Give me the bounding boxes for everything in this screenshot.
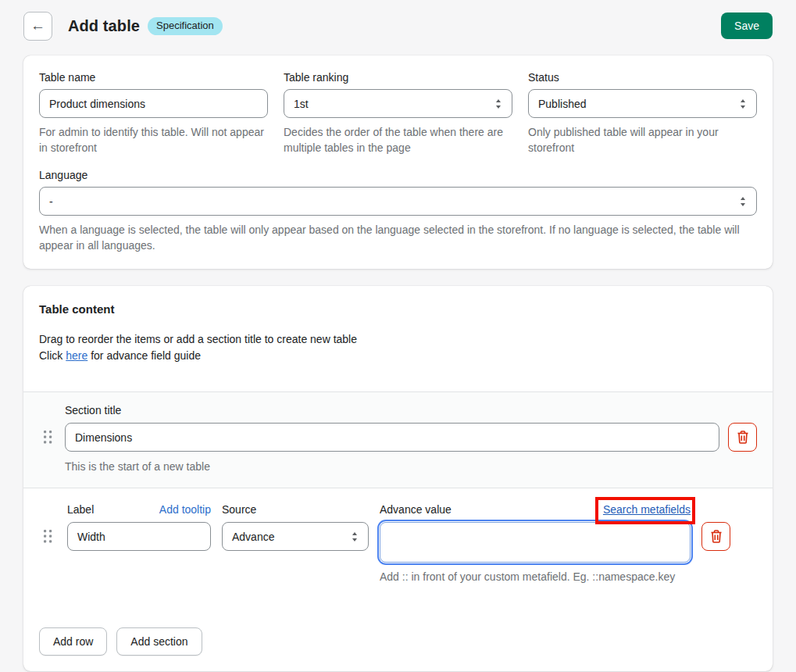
drag-handle[interactable]	[39, 522, 56, 551]
status-field-group: Status Published Only published table wi…	[528, 71, 757, 155]
updown-caret-icon	[739, 98, 747, 109]
language-help: When a language is selected, the table w…	[39, 222, 757, 253]
table-ranking-help: Decides the order of the table when ther…	[284, 124, 512, 155]
section-title-help: This is the start of a new table	[65, 459, 719, 474]
table-name-field-group: Table name For admin to identify this ta…	[39, 71, 268, 155]
table-ranking-field-group: Table ranking 1st Decides the order of t…	[284, 71, 512, 155]
advance-value-textarea[interactable]	[380, 522, 691, 563]
row-label-input[interactable]	[67, 522, 211, 551]
field-guide-link[interactable]: here	[66, 349, 87, 362]
language-value: -	[49, 195, 53, 208]
language-label: Language	[39, 169, 757, 181]
table-ranking-label: Table ranking	[284, 71, 512, 84]
add-tooltip-link[interactable]: Add tooltip	[159, 503, 211, 516]
status-label: Status	[528, 71, 757, 84]
page: ← Add table Specification Save Table nam…	[0, 0, 796, 672]
add-row-button[interactable]: Add row	[39, 627, 107, 656]
status-help: Only published table will appear in your…	[528, 124, 757, 155]
advance-value-label: Advance value	[380, 503, 452, 516]
table-row-item: Label Add tooltip Source Advance value S…	[23, 488, 773, 584]
status-select[interactable]: Published	[528, 89, 757, 118]
section-title-input[interactable]	[65, 423, 719, 452]
updown-caret-icon	[351, 531, 359, 542]
delete-row-button[interactable]	[701, 522, 730, 551]
page-title: Add table	[68, 17, 140, 35]
language-select[interactable]: -	[39, 187, 757, 216]
row-label-label: Label	[67, 503, 94, 516]
table-name-label: Table name	[39, 71, 268, 84]
status-value: Published	[538, 98, 587, 110]
updown-caret-icon	[739, 196, 747, 207]
add-section-button[interactable]: Add section	[116, 627, 202, 656]
table-content-description: Drag to reorder the items or add a secti…	[39, 331, 757, 364]
trash-icon	[710, 530, 723, 543]
table-name-input[interactable]	[39, 89, 268, 118]
delete-section-button[interactable]	[728, 423, 757, 452]
updown-caret-icon	[494, 98, 502, 109]
search-metafields-link[interactable]: Search metafields	[603, 503, 691, 516]
back-button[interactable]: ←	[23, 12, 52, 41]
table-content-card: Table content Drag to reorder the items …	[23, 286, 773, 671]
save-button[interactable]: Save	[721, 13, 773, 39]
arrow-left-icon: ←	[30, 17, 45, 34]
drag-handle[interactable]	[39, 423, 56, 452]
table-ranking-value: 1st	[294, 98, 309, 110]
source-label: Source	[222, 503, 256, 516]
trash-icon	[737, 431, 749, 444]
table-content-title: Table content	[39, 302, 757, 316]
table-ranking-select[interactable]: 1st	[284, 89, 512, 118]
description-line2: Click here for advance field guide	[39, 348, 757, 364]
advance-value-help: Add :: in front of your custom metafield…	[380, 569, 691, 584]
specification-badge: Specification	[148, 17, 223, 35]
section-title-band: Section title This is the start of a new…	[23, 391, 773, 488]
table-settings-card: Table name For admin to identify this ta…	[23, 55, 773, 269]
language-field-group: Language - When a language is selected, …	[39, 169, 757, 253]
source-select[interactable]: Advance	[222, 522, 369, 551]
description-line1: Drag to reorder the items or add a secti…	[39, 331, 757, 348]
drag-dots-icon	[44, 431, 52, 444]
source-value: Advance	[232, 531, 274, 543]
drag-dots-icon	[44, 530, 52, 543]
content-actions: Add row Add section	[23, 584, 773, 671]
page-header: ← Add table Specification Save	[23, 10, 773, 41]
section-title-label: Section title	[65, 404, 719, 416]
table-name-help: For admin to identify this table. Will n…	[39, 124, 268, 155]
